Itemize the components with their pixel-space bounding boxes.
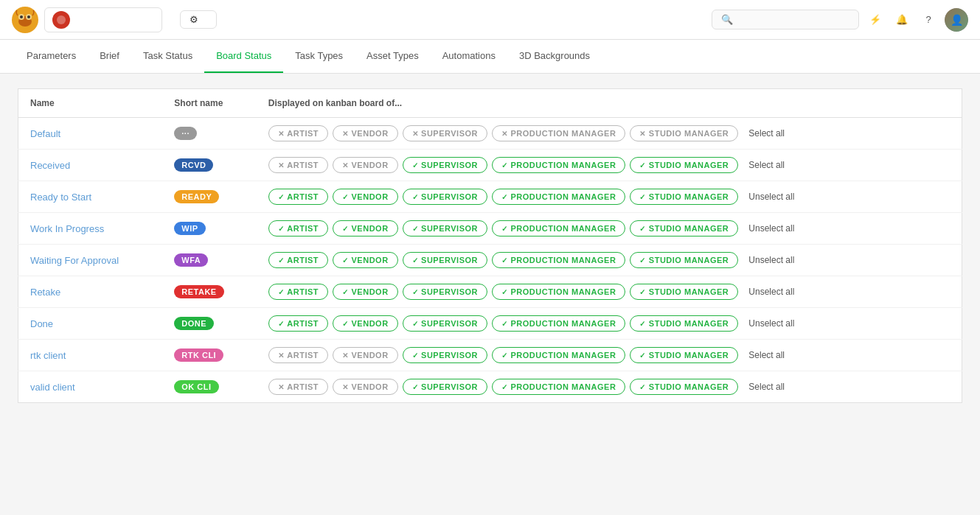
status-badge: WIP: [174, 222, 205, 235]
chip-artist[interactable]: ✓ARTIST: [268, 189, 328, 205]
tab-asset-types[interactable]: Asset Types: [355, 40, 431, 73]
chip-studio-manager[interactable]: ✓STUDIO MANAGER: [630, 252, 738, 268]
tab-automations[interactable]: Automations: [431, 40, 507, 73]
chip-artist[interactable]: ✕ARTIST: [268, 379, 328, 395]
tab-task-types[interactable]: Task Types: [283, 40, 355, 73]
tab-board-status[interactable]: Board Status: [204, 40, 283, 73]
chip-artist[interactable]: ✕ARTIST: [268, 157, 328, 173]
chip-vendor[interactable]: ✕VENDOR: [333, 347, 398, 363]
project-selector[interactable]: [44, 7, 162, 32]
row-name-0[interactable]: Default: [18, 118, 163, 150]
row-name-link[interactable]: Waiting For Approval: [30, 255, 119, 266]
chip-supervisor[interactable]: ✓SUPERVISOR: [403, 157, 487, 173]
chip-vendor[interactable]: ✓VENDOR: [333, 189, 398, 205]
chip-production-manager[interactable]: ✓PRODUCTION MANAGER: [492, 220, 625, 237]
chip-artist[interactable]: ✓ARTIST: [268, 315, 328, 332]
row-name-link[interactable]: Received: [30, 160, 70, 171]
chip-production-manager[interactable]: ✓PRODUCTION MANAGER: [492, 347, 625, 363]
chip-supervisor[interactable]: ✓SUPERVISOR: [403, 189, 487, 205]
row-name-8[interactable]: valid client: [18, 371, 163, 403]
chip-production-manager[interactable]: ✕PRODUCTION MANAGER: [492, 125, 625, 141]
row-name-5[interactable]: Retake: [18, 276, 163, 308]
help-icon[interactable]: ?: [918, 10, 939, 30]
row-name-4[interactable]: Waiting For Approval: [18, 245, 163, 276]
chip-studio-manager[interactable]: ✓STUDIO MANAGER: [630, 347, 738, 363]
chip-production-manager[interactable]: ✓PRODUCTION MANAGER: [492, 284, 625, 300]
chip-studio-manager[interactable]: ✓STUDIO MANAGER: [630, 379, 738, 395]
row-name-3[interactable]: Work In Progress: [18, 213, 163, 245]
bell-icon[interactable]: 🔔: [892, 10, 912, 30]
chip-icon: ✕: [278, 161, 285, 169]
chip-supervisor[interactable]: ✓SUPERVISOR: [403, 252, 487, 268]
select-all-link-4[interactable]: Unselect all: [743, 255, 794, 265]
select-all-link-7[interactable]: Select all: [743, 350, 785, 360]
select-all-link-6[interactable]: Unselect all: [743, 318, 794, 329]
select-all-link-5[interactable]: Unselect all: [743, 287, 794, 297]
search-box[interactable]: 🔍: [712, 10, 859, 29]
row-chips-6: ✓ARTIST✓VENDOR✓SUPERVISOR✓PRODUCTION MAN…: [257, 308, 962, 340]
chip-artist[interactable]: ✕ARTIST: [268, 125, 328, 141]
chip-production-manager[interactable]: ✓PRODUCTION MANAGER: [492, 189, 625, 205]
select-all-link-8[interactable]: Select all: [743, 382, 785, 392]
search-input[interactable]: [739, 14, 827, 25]
chip-supervisor[interactable]: ✓SUPERVISOR: [403, 220, 487, 237]
chip-supervisor[interactable]: ✓SUPERVISOR: [403, 315, 487, 332]
row-name-7[interactable]: rtk client: [18, 340, 163, 371]
chip-vendor[interactable]: ✕VENDOR: [333, 379, 398, 395]
chip-icon: ✕: [278, 130, 285, 138]
chip-supervisor[interactable]: ✓SUPERVISOR: [403, 347, 487, 363]
chip-icon: ✓: [639, 383, 646, 391]
chip-studio-manager[interactable]: ✓STUDIO MANAGER: [630, 284, 738, 300]
chip-vendor[interactable]: ✓VENDOR: [333, 315, 398, 332]
chip-vendor[interactable]: ✓VENDOR: [333, 252, 398, 268]
select-all-link-0[interactable]: Select all: [743, 128, 785, 139]
row-badge-1: RCVD: [162, 150, 256, 181]
chip-icon: ✓: [342, 256, 349, 264]
chip-artist[interactable]: ✓ARTIST: [268, 220, 328, 237]
chip-vendor[interactable]: ✓VENDOR: [333, 284, 398, 300]
chip-production-manager[interactable]: ✓PRODUCTION MANAGER: [492, 379, 625, 395]
status-badge: OK CLI: [174, 380, 218, 393]
chip-artist[interactable]: ✓ARTIST: [268, 284, 328, 300]
settings-button[interactable]: ⚙: [180, 10, 217, 29]
chip-studio-manager[interactable]: ✓STUDIO MANAGER: [630, 315, 738, 332]
chip-artist[interactable]: ✕ARTIST: [268, 347, 328, 363]
tab-brief[interactable]: Brief: [88, 40, 131, 73]
chip-production-manager[interactable]: ✓PRODUCTION MANAGER: [492, 252, 625, 268]
chip-vendor[interactable]: ✕VENDOR: [333, 125, 398, 141]
chip-icon: ✓: [412, 383, 419, 391]
chip-studio-manager[interactable]: ✓STUDIO MANAGER: [630, 189, 738, 205]
select-all-link-2[interactable]: Unselect all: [743, 192, 794, 202]
lightning-icon[interactable]: ⚡: [865, 10, 886, 30]
tab-parameters[interactable]: Parameters: [15, 40, 88, 73]
chip-studio-manager[interactable]: ✓STUDIO MANAGER: [630, 157, 738, 173]
chip-supervisor[interactable]: ✕SUPERVISOR: [403, 125, 487, 141]
row-name-link[interactable]: Done: [30, 318, 53, 329]
row-name-link[interactable]: rtk client: [30, 350, 66, 361]
tab-task-status[interactable]: Task Status: [131, 40, 204, 73]
chip-vendor[interactable]: ✕VENDOR: [333, 157, 398, 173]
user-avatar[interactable]: 👤: [945, 8, 968, 32]
chip-studio-manager[interactable]: ✕STUDIO MANAGER: [630, 125, 738, 141]
row-name-1[interactable]: Received: [18, 150, 163, 181]
row-name-link[interactable]: Retake: [30, 287, 60, 298]
chip-supervisor[interactable]: ✓SUPERVISOR: [403, 284, 487, 300]
select-all-link-1[interactable]: Select all: [743, 160, 785, 170]
row-name-link[interactable]: valid client: [30, 382, 75, 393]
chip-studio-manager[interactable]: ✓STUDIO MANAGER: [630, 220, 738, 237]
chip-vendor[interactable]: ✓VENDOR: [333, 220, 398, 237]
row-chips-0: ✕ARTIST✕VENDOR✕SUPERVISOR✕PRODUCTION MAN…: [257, 118, 962, 150]
chip-production-manager[interactable]: ✓PRODUCTION MANAGER: [492, 157, 625, 173]
row-name-6[interactable]: Done: [18, 308, 163, 340]
select-all-link-3[interactable]: Unselect all: [743, 223, 794, 234]
table-row: rtk clientRTK CLI✕ARTIST✕VENDOR✓SUPERVIS…: [18, 340, 962, 371]
chip-artist[interactable]: ✓ARTIST: [268, 252, 328, 268]
row-name-2[interactable]: Ready to Start: [18, 181, 163, 213]
chip-production-manager[interactable]: ✓PRODUCTION MANAGER: [492, 315, 625, 332]
row-name-link[interactable]: Ready to Start: [30, 192, 91, 203]
row-name-link[interactable]: Work In Progress: [30, 223, 104, 234]
row-badge-3: WIP: [162, 213, 256, 245]
row-name-link[interactable]: Default: [30, 128, 60, 139]
tab-3d-backgrounds[interactable]: 3D Backgrounds: [507, 40, 602, 73]
chip-supervisor[interactable]: ✓SUPERVISOR: [403, 379, 487, 395]
